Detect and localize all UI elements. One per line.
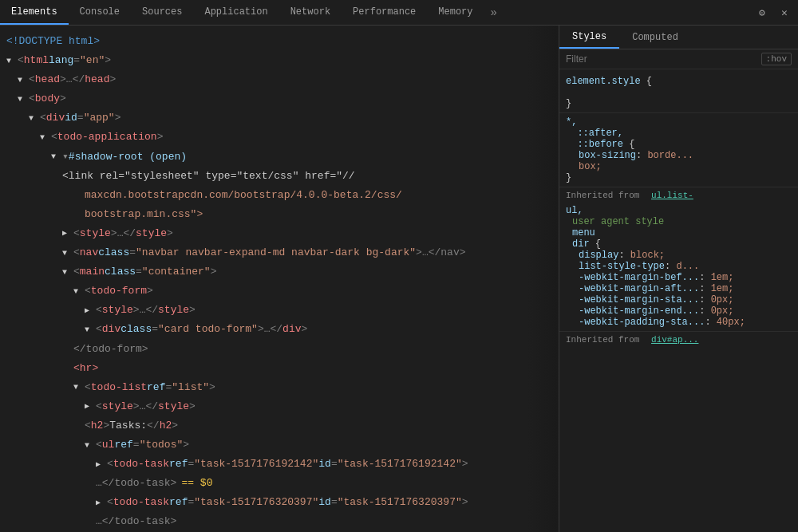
devtools-toolbar: Elements Console Sources Application Net… — [0, 0, 798, 26]
tab-application[interactable]: Application — [193, 0, 279, 25]
dom-line: <div id="app"> — [0, 108, 559, 128]
tree-arrow[interactable] — [85, 323, 96, 337]
tab-performance[interactable]: Performance — [342, 0, 427, 25]
style-rule-element: element.style { } — [559, 73, 798, 113]
tab-console[interactable]: Console — [69, 0, 131, 25]
tab-sources[interactable]: Sources — [131, 0, 193, 25]
dom-content[interactable]: <!DOCTYPE html> <html lang="en"> <head>…… — [0, 26, 559, 532]
dom-line: ▾ #shadow-root (open) — [0, 148, 559, 167]
filter-input[interactable] — [566, 53, 755, 65]
close-devtools-icon[interactable]: ✕ — [777, 6, 792, 20]
tree-arrow[interactable] — [62, 227, 73, 240]
dom-line: bootstrap.min.css"> — [0, 205, 559, 224]
dom-line: <html lang="en"> — [0, 51, 559, 70]
tree-arrow[interactable] — [29, 112, 40, 125]
tree-arrow[interactable] — [62, 266, 73, 279]
dom-line: <ul ref="todos"> — [0, 435, 559, 455]
dom-line: <main class="container"> — [0, 262, 559, 282]
devtools-window: Elements Console Sources Application Net… — [0, 0, 798, 532]
inherited-source-div[interactable]: div#ap... — [651, 335, 698, 345]
tree-arrow[interactable] — [6, 54, 18, 68]
tab-styles[interactable]: Styles — [559, 26, 619, 49]
styles-tabs: Styles Computed — [559, 26, 798, 49]
hov-button[interactable]: :hov — [761, 53, 792, 65]
inherited-label-ul: Inherited from ul.list- — [559, 187, 798, 202]
dom-line: <todo-task ref="task-1517176320397" id="… — [0, 493, 559, 512]
dom-line: maxcdn.bootstrapcdn.com/bootstrap/4.0.0-… — [0, 186, 559, 205]
dom-line: <todo-form> — [0, 282, 559, 301]
toolbar-icons: ⚙ ✕ — [755, 6, 798, 20]
dom-line: <hr> — [0, 359, 559, 378]
dom-line: <link rel="stylesheet" type="text/css" h… — [0, 167, 559, 186]
devtools-main: <!DOCTYPE html> <html lang="en"> <head>…… — [0, 26, 798, 532]
dom-line: <style>…</style> — [0, 301, 559, 320]
more-tabs-button[interactable]: » — [484, 6, 504, 19]
dom-line: <todo-task ref="task-1517176192142" id="… — [0, 455, 559, 474]
tree-arrow[interactable] — [73, 380, 85, 394]
inherited-source-ul[interactable]: ul.list- — [651, 191, 693, 200]
tab-memory[interactable]: Memory — [427, 0, 484, 25]
dom-line: <!DOCTYPE html> — [0, 32, 559, 51]
dom-line: <h2>Tasks:</h2> — [0, 416, 559, 435]
tab-elements[interactable]: Elements — [0, 0, 69, 25]
tree-arrow[interactable] — [18, 93, 29, 106]
tree-arrow[interactable] — [40, 131, 51, 144]
tree-arrow[interactable] — [62, 246, 73, 260]
tree-arrow[interactable] — [96, 458, 107, 471]
tree-arrow[interactable] — [51, 150, 62, 164]
tree-arrow[interactable] — [96, 496, 107, 510]
styles-panel: Styles Computed :hov element.style { } *… — [559, 26, 798, 532]
settings-icon[interactable]: ⚙ — [755, 6, 769, 20]
dom-line: <div class="card todo-form">…</div> — [0, 320, 559, 339]
dom-panel: <!DOCTYPE html> <html lang="en"> <head>…… — [0, 26, 559, 532]
styles-content[interactable]: element.style { } *, ::after, ::before {… — [559, 69, 798, 532]
style-rule-ul: ul, user agent style menu dir { display:… — [559, 202, 798, 332]
filter-bar: :hov — [559, 49, 798, 69]
tree-arrow[interactable] — [85, 304, 96, 317]
dom-line: <style>…</style> — [0, 224, 559, 243]
tab-computed[interactable]: Computed — [619, 26, 691, 49]
dom-line: <todo-application> — [0, 128, 559, 147]
dom-line: <nav class="navbar navbar-expand-md navb… — [0, 243, 559, 262]
tree-arrow[interactable] — [85, 400, 96, 413]
dom-line: <head>…</head> — [0, 70, 559, 89]
tree-arrow[interactable] — [85, 439, 96, 452]
tab-network[interactable]: Network — [279, 0, 342, 25]
dom-line: </todo-form> — [0, 340, 559, 359]
dom-line: …</todo-task> == $0 — [0, 474, 559, 493]
inherited-label-div: Inherited from div#ap... — [559, 332, 798, 346]
style-rule-universal: *, ::after, ::before { box-sizing: borde… — [559, 113, 798, 187]
dom-line: <body> — [0, 89, 559, 108]
dom-line: <style>…</style> — [0, 397, 559, 416]
tree-arrow[interactable] — [18, 73, 29, 87]
dom-line: <todo-list ref="list"> — [0, 378, 559, 397]
dom-line: …</todo-task> — [0, 512, 559, 531]
tree-arrow[interactable] — [73, 285, 85, 298]
